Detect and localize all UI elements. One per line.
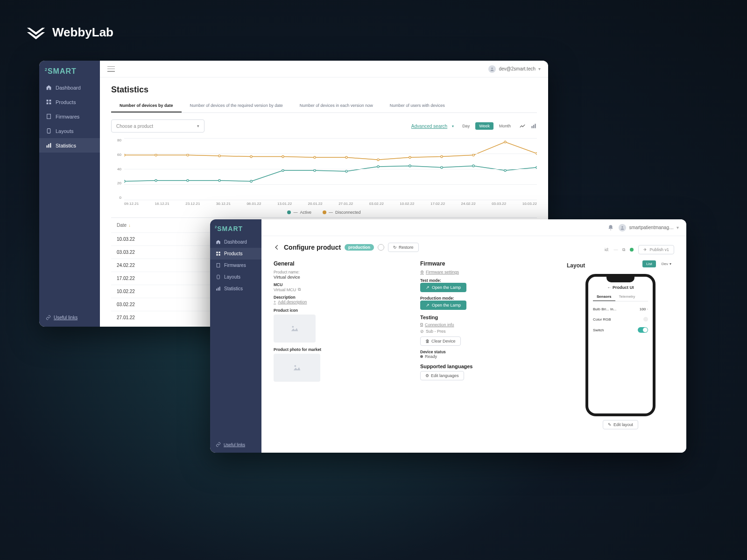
- svg-rect-11: [533, 125, 534, 128]
- edit-languages-button[interactable]: ⚙ Edit languages: [420, 371, 464, 380]
- firmware-settings-link[interactable]: ⚙ Firmware settings: [420, 270, 556, 274]
- svg-point-31: [250, 155, 252, 157]
- sidebar: 2SMART Dashboard Products Firmwares Layo…: [210, 219, 261, 453]
- svg-point-22: [409, 165, 411, 167]
- period-week[interactable]: Week: [475, 122, 493, 130]
- menu-icon[interactable]: [107, 66, 115, 72]
- phone-tab-telemetry[interactable]: Telemetry: [615, 293, 639, 301]
- sidebar-item-label: Layouts: [56, 128, 74, 134]
- sidebar-item-label: Products: [56, 99, 76, 105]
- svg-rect-4: [47, 114, 51, 119]
- user-menu[interactable]: dev@2smart.tech ▾: [488, 65, 541, 73]
- sidebar-item-firmwares[interactable]: Firmwares: [210, 259, 261, 271]
- svg-point-27: [124, 154, 125, 156]
- layout-dev-button[interactable]: Dev ▾: [659, 260, 674, 267]
- product-icon-upload[interactable]: [274, 315, 316, 343]
- tab-devices-each-version[interactable]: Number of devices in each version now: [291, 99, 381, 112]
- svg-rect-10: [531, 126, 532, 128]
- sidebar-item-firmwares[interactable]: Firmwares: [39, 109, 100, 124]
- product-photo-upload[interactable]: [274, 354, 320, 382]
- sidebar-item-statistics[interactable]: Statistics: [210, 283, 261, 294]
- svg-rect-1: [49, 100, 51, 102]
- useful-links[interactable]: Useful links: [216, 442, 245, 447]
- topbar: smartpatientmanag… ▾: [261, 219, 686, 236]
- sidebar-item-layouts[interactable]: Layouts: [210, 271, 261, 283]
- svg-point-25: [504, 169, 506, 171]
- open-lamp-prod-button[interactable]: ↗ Open the Lamp: [420, 301, 466, 310]
- sidebar-item-label: Dashboard: [56, 85, 81, 91]
- sidebar-item-dashboard[interactable]: Dashboard: [39, 80, 100, 95]
- svg-point-13: [124, 180, 125, 182]
- sidebar-item-layouts[interactable]: Layouts: [39, 124, 100, 138]
- sidebar-item-label: Firmwares: [56, 114, 79, 119]
- svg-point-24: [472, 165, 474, 167]
- layout-column: Layout List Dev ▾ ← Product UI Sensors: [567, 260, 674, 446]
- period-day[interactable]: Day: [458, 122, 473, 130]
- period-toggle: Day Week Month: [458, 122, 514, 130]
- svg-point-36: [409, 156, 411, 158]
- webbylab-logo-icon: [25, 21, 47, 43]
- configure-header: Configure product production ↻Restore: [274, 243, 419, 252]
- sidebar-item-dashboard[interactable]: Dashboard: [210, 236, 261, 248]
- sidebar-item-products[interactable]: Products: [210, 248, 261, 259]
- page-title: Statistics: [111, 85, 537, 95]
- useful-links[interactable]: Useful links: [46, 315, 78, 320]
- connection-info-link[interactable]: ⧉ Connection info: [420, 322, 556, 327]
- tab-devices-by-date[interactable]: Number of devices by date: [111, 99, 182, 112]
- sidebar-item-statistics[interactable]: Statistics: [39, 138, 100, 153]
- phone-row[interactable]: Switch: [593, 324, 648, 336]
- svg-rect-42: [218, 252, 220, 253]
- back-icon[interactable]: [274, 244, 280, 251]
- publish-button[interactable]: ✈ Publish v1: [638, 245, 674, 254]
- restore-button[interactable]: ↻Restore: [388, 243, 419, 252]
- edit-layout-button[interactable]: ✎ Edit layout: [603, 420, 638, 429]
- device-status-value: Ready: [420, 354, 556, 359]
- firmware-heading: Firmware: [420, 260, 556, 267]
- bar-chart-icon[interactable]: [530, 123, 537, 129]
- svg-point-19: [314, 169, 316, 171]
- svg-point-17: [250, 180, 252, 182]
- user-email: smartpatientmanag…: [629, 225, 674, 230]
- svg-point-30: [218, 155, 220, 157]
- switch-toggle[interactable]: [638, 327, 648, 333]
- svg-point-37: [441, 155, 443, 157]
- user-menu[interactable]: smartpatientmanag… ▾: [619, 224, 679, 231]
- advanced-search-link[interactable]: Advanced search: [411, 124, 447, 129]
- clear-device-button[interactable]: 🗑 Clear Device: [420, 336, 461, 346]
- svg-point-23: [441, 167, 443, 168]
- layout-list-button[interactable]: List: [642, 260, 655, 267]
- svg-point-32: [282, 155, 284, 157]
- tab-devices-required-version[interactable]: Number of devices of the required versio…: [182, 99, 291, 112]
- svg-point-34: [345, 156, 347, 158]
- line-chart-icon[interactable]: [519, 123, 526, 129]
- svg-rect-7: [48, 144, 49, 148]
- period-month[interactable]: Month: [495, 122, 514, 130]
- bell-icon[interactable]: [607, 224, 614, 231]
- tab-users-with-devices[interactable]: Number of users with devices: [381, 99, 453, 112]
- phone-row[interactable]: Bulb Bri... In...100 ›: [593, 304, 648, 314]
- svg-point-28: [155, 154, 157, 156]
- svg-rect-47: [216, 289, 217, 291]
- brand-name: WebbyLab: [52, 25, 113, 40]
- svg-rect-48: [218, 287, 219, 290]
- phone-row[interactable]: Color RGB: [593, 314, 648, 324]
- col-date[interactable]: Date: [117, 223, 127, 228]
- add-description-link[interactable]: + Add description: [274, 300, 409, 304]
- svg-point-38: [472, 154, 474, 156]
- status-dot-icon: [630, 248, 634, 252]
- svg-rect-45: [217, 263, 219, 267]
- sidebar-item-products[interactable]: Products: [39, 95, 100, 109]
- svg-rect-43: [216, 254, 218, 255]
- sub-pres-link[interactable]: ⊘ Sub - Pres: [420, 329, 556, 334]
- languages-heading: Supported languages: [420, 364, 556, 369]
- open-lamp-test-button[interactable]: ↗ Open the Lamp: [420, 283, 466, 292]
- svg-rect-0: [47, 100, 49, 102]
- svg-point-21: [377, 166, 379, 168]
- general-column: General Product name: Virtual device MCU…: [274, 260, 409, 446]
- svg-rect-2: [47, 103, 49, 105]
- svg-point-50: [622, 226, 623, 227]
- devices-chart: 806040200 09.12.2116.12.2123.12.2130.12.…: [111, 138, 537, 208]
- phone-tab-sensors[interactable]: Sensors: [593, 293, 615, 301]
- svg-point-39: [504, 141, 506, 143]
- product-select[interactable]: Choose a product: [111, 119, 204, 133]
